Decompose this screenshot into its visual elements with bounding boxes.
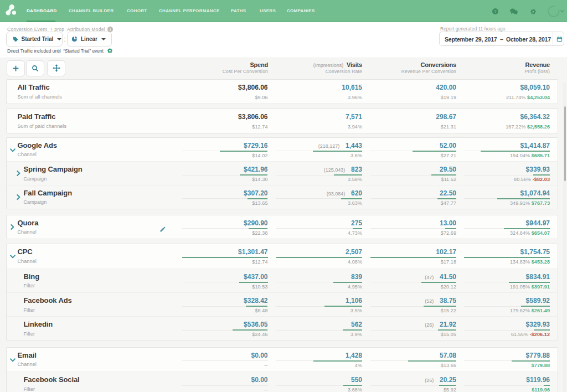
svg-text:?: ? [494,9,497,14]
svg-text:i: i [110,28,111,32]
